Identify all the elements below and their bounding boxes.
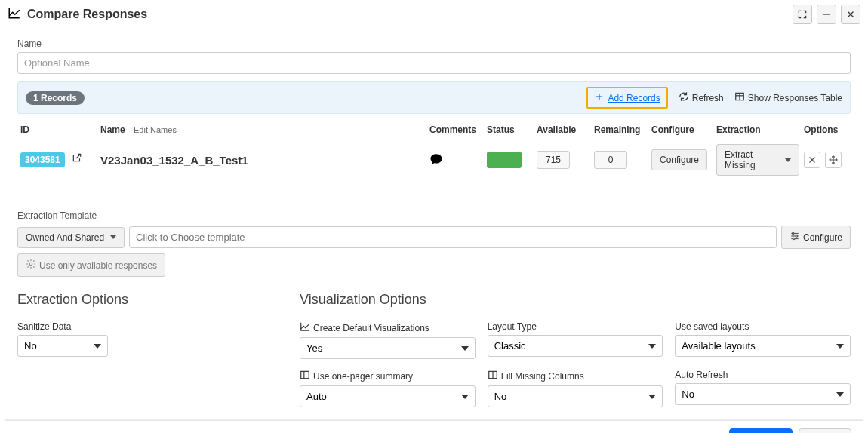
refresh-label: Refresh: [692, 93, 724, 103]
show-responses-table-button[interactable]: Show Responses Table: [734, 91, 842, 104]
columns-icon: [488, 370, 498, 382]
footer: Compare Cancel: [5, 420, 863, 433]
add-records-label: Add Records: [608, 93, 660, 103]
compare-button[interactable]: Compare: [729, 428, 792, 433]
close-button[interactable]: [841, 5, 860, 24]
saved-layouts-label: Use saved layouts: [675, 321, 749, 332]
chart-line-icon: [300, 321, 310, 334]
auto-refresh-select[interactable]: No: [675, 383, 851, 405]
table-row: 3043581 V23Jan03_1532_A_B_Test1 715 0 Co…: [17, 140, 851, 180]
col-comments: Comments: [429, 124, 482, 135]
template-configure-button[interactable]: Configure: [781, 226, 851, 249]
auto-refresh-label: Auto Refresh: [675, 370, 728, 380]
svg-rect-17: [301, 371, 309, 378]
col-name: Name: [100, 124, 125, 135]
create-default-select[interactable]: Yes: [300, 337, 476, 359]
configure-row-button[interactable]: Configure: [651, 149, 707, 170]
sanitize-select[interactable]: No: [17, 335, 108, 357]
template-input[interactable]: [129, 226, 777, 248]
col-options: Options: [804, 124, 849, 135]
record-name: V23Jan03_1532_A_B_Test1: [100, 154, 425, 167]
refresh-button[interactable]: Refresh: [679, 91, 724, 104]
col-configure: Configure: [651, 124, 712, 135]
col-id: ID: [20, 124, 96, 135]
use-only-available-button[interactable]: Use only available responses: [17, 253, 165, 277]
ownership-label: Owned And Shared: [26, 232, 104, 243]
layout-icon: [300, 370, 310, 382]
plus-icon: [594, 91, 605, 104]
records-table-header: ID Name Edit Names Comments Status Avail…: [17, 124, 851, 140]
remaining-count[interactable]: 0: [594, 151, 627, 169]
record-id-chip[interactable]: 3043581: [20, 152, 65, 167]
available-count[interactable]: 715: [537, 151, 570, 169]
gear-icon: [26, 259, 36, 272]
svg-point-13: [792, 232, 793, 234]
layout-type-select[interactable]: Classic: [488, 335, 663, 357]
extraction-template-label: Extraction Template: [17, 210, 851, 221]
col-status: Status: [487, 124, 532, 135]
svg-point-16: [29, 263, 32, 266]
saved-layouts-select[interactable]: Available layouts: [675, 335, 851, 357]
edit-names-link[interactable]: Edit Names: [134, 125, 177, 134]
sanitize-label: Sanitize Data: [17, 321, 108, 332]
one-pager-select[interactable]: Auto: [300, 385, 476, 407]
extract-missing-button[interactable]: Extract Missing: [716, 144, 799, 176]
page-title: Compare Responses: [27, 8, 147, 21]
refresh-icon: [679, 91, 689, 104]
remove-row-button[interactable]: [804, 152, 820, 168]
cancel-button[interactable]: Cancel: [799, 428, 851, 433]
extraction-options-title: Extraction Options: [17, 292, 282, 308]
fullscreen-button[interactable]: [793, 5, 812, 24]
move-row-handle[interactable]: [825, 152, 842, 168]
fill-missing-select[interactable]: No: [488, 385, 663, 407]
create-default-label: Create Default Visualizations: [313, 323, 429, 333]
layout-type-label: Layout Type: [488, 321, 537, 332]
records-bar: 1 Records Add Records Refresh: [17, 81, 851, 114]
external-link-icon[interactable]: [72, 152, 82, 163]
minimize-button[interactable]: [817, 5, 836, 24]
chart-icon: [8, 6, 21, 23]
name-input[interactable]: [17, 52, 851, 74]
status-indicator: [487, 152, 522, 168]
extract-missing-label: Extract Missing: [725, 149, 779, 170]
name-label: Name: [17, 38, 851, 49]
titlebar: Compare Responses: [0, 0, 868, 29]
svg-point-15: [793, 238, 795, 239]
svg-point-14: [796, 235, 797, 237]
col-extraction: Extraction: [716, 124, 799, 135]
sliders-icon: [790, 231, 800, 244]
fill-missing-label: Fill Missing Columns: [501, 371, 584, 382]
col-available: Available: [537, 124, 589, 135]
one-pager-label: Use one-pager summary: [313, 371, 413, 382]
template-configure-label: Configure: [803, 232, 842, 243]
use-only-available-label: Use only available responses: [39, 260, 157, 271]
records-count-badge: 1 Records: [26, 91, 85, 105]
ownership-select[interactable]: Owned And Shared: [17, 227, 125, 248]
comments-icon[interactable]: [429, 152, 482, 168]
col-remaining: Remaining: [594, 124, 647, 135]
viz-options-title: Visualization Options: [300, 292, 851, 308]
add-records-button[interactable]: Add Records: [586, 87, 667, 109]
show-responses-label: Show Responses Table: [748, 93, 842, 103]
table-icon: [734, 91, 745, 104]
